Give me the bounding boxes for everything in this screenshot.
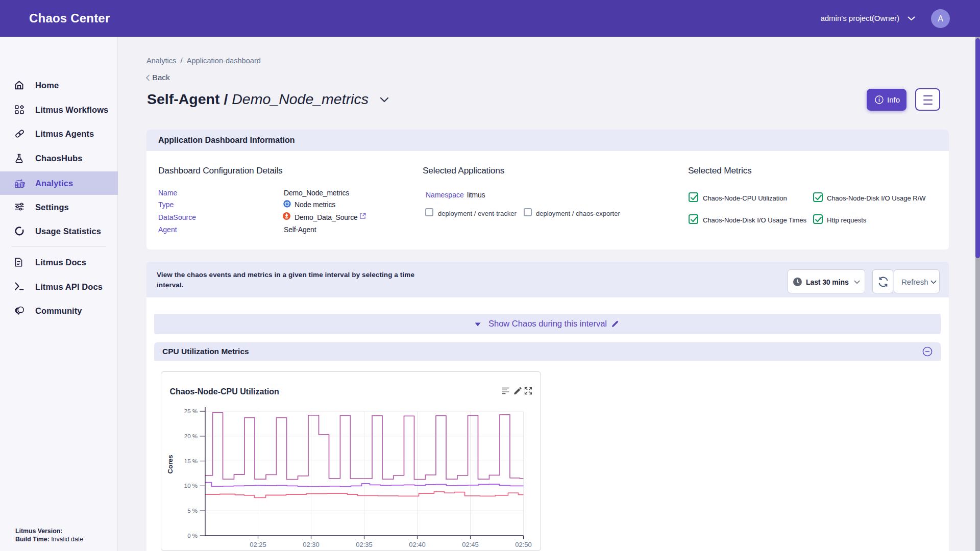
svg-text:0 %: 0 %: [187, 533, 198, 539]
svg-text:02:40: 02:40: [409, 541, 426, 548]
svg-text:02:35: 02:35: [356, 541, 373, 548]
svg-text:02:50: 02:50: [515, 541, 532, 548]
svg-text:02:25: 02:25: [250, 541, 266, 548]
svg-text:10 %: 10 %: [184, 483, 197, 489]
svg-text:15 %: 15 %: [184, 458, 197, 464]
svg-text:Cores: Cores: [166, 455, 174, 474]
svg-text:02:45: 02:45: [462, 541, 479, 548]
svg-text:25 %: 25 %: [184, 408, 197, 414]
svg-text:20 %: 20 %: [184, 433, 197, 439]
svg-text:5 %: 5 %: [187, 508, 198, 514]
svg-text:02:30: 02:30: [303, 541, 320, 548]
